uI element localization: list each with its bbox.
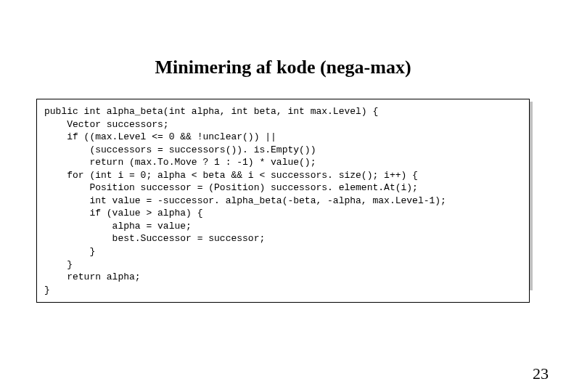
code-content: public int alpha_beta(int alpha, int bet… <box>44 105 522 296</box>
code-block-wrapper: public int alpha_beta(int alpha, int bet… <box>36 99 530 303</box>
slide-title: Minimering af kode (nega-max) <box>0 57 566 78</box>
code-box: public int alpha_beta(int alpha, int bet… <box>36 99 530 303</box>
page-number: 23 <box>533 364 549 383</box>
